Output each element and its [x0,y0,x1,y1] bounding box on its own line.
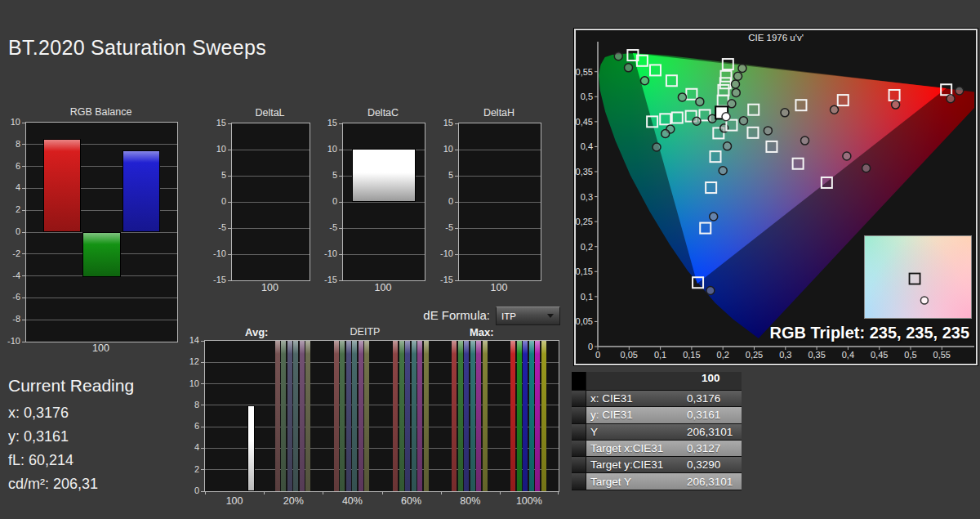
gridline [459,254,541,255]
sweep-bar-yellow [541,341,546,491]
x-axis-group-label: 100 [210,495,259,507]
y-axis-tick-mark [22,144,25,145]
sweep-bar-yellow [305,341,310,491]
measured-point-magenta [843,152,851,160]
chevron-down-icon [547,314,554,318]
sweep-bar-red [334,341,339,491]
row-label: Target Y [586,476,684,488]
measured-point-red [956,87,964,95]
x-axis-group-label: 60% [387,495,436,507]
y-axis-tick-mark [339,176,342,177]
delta-h-plot: -15-10-5051015 [458,123,541,281]
gridline [232,228,310,229]
y-axis-tick-mark [339,123,342,124]
measured-point-blue [724,142,732,150]
sweep-bar-cyan [293,341,298,491]
measured-point-red [892,101,900,109]
x-axis-tick-mark [323,491,323,494]
gridline [205,448,559,449]
y-axis-tick-mark [201,491,204,492]
gridline [459,228,541,229]
sweep-bar-yellow [364,341,369,491]
measured-point-yellow [734,72,742,80]
sweep-bar-magenta [300,341,305,491]
y-axis-tick-label: 10 [178,378,199,388]
y-axis-tick-mark [228,150,231,150]
sweep-bar-green [399,341,404,491]
cie-panel: 00,050,10,150,20,250,30,350,40,450,50,55… [574,29,978,365]
delta-l-title: DeltaL [231,107,309,119]
table-gutter-cell [572,391,586,406]
x-axis-group-label: 40% [327,495,376,507]
row-label: Target y:CIE31 [586,459,684,471]
sweep-bar-magenta [476,341,481,491]
y-axis-tick-mark [455,123,458,124]
gridline [232,254,310,255]
y-tick-label: 0 [588,342,593,351]
table-row-cells: x: CIE310,3176 [586,391,742,406]
x-axis-tick-mark [205,491,206,494]
current-reading-heading: Current Reading [8,376,134,396]
table-row-cells: Target x:CIE310,3127 [586,441,742,456]
y-axis-tick-mark [201,341,204,342]
gridline [26,320,177,320]
y-axis-tick-mark [22,320,25,320]
y-tick-label: 0,55 [576,67,593,77]
gridline [205,383,559,384]
measured-point-green [640,77,648,85]
table-gutter-cell [572,372,586,390]
sweep-bar-green [517,341,522,491]
x-tick-label: 0,45 [871,350,888,360]
measured-point-cyan [693,117,701,125]
row-label: Y [586,426,684,438]
sweep-bar-cyan [470,341,475,491]
table-gutter-cell [572,473,586,489]
bar-red [43,139,81,232]
y-axis-tick-mark [455,202,458,203]
measured-point-magenta [739,117,747,125]
sweep-bar-cyan [352,341,357,491]
sweep-bar-red [275,341,280,491]
measured-point-yellow [738,64,746,72]
delta-l-x-label: 100 [231,282,309,293]
row-label: Target x:CIE31 [586,442,684,454]
delta-h-title: DeltaH [458,107,540,119]
x-axis-group-label: 20% [269,495,318,507]
measured-point-green [696,97,704,105]
y-axis-tick-mark [201,362,204,363]
y-axis-tick-label: 5 [432,170,453,180]
x-tick-label: 0,15 [683,350,700,360]
y-tick-label: 0,5 [581,92,593,101]
de-formula-select[interactable]: ITP [496,306,560,325]
y-axis-tick-mark [339,202,342,203]
row-label: y: CIE31 [586,409,684,421]
sweep-bar-blue [346,341,351,491]
table-row: Target y:CIE310,3290 [572,457,742,473]
sweep-bar-green [458,341,463,491]
gridline [26,298,177,298]
y-axis-tick-label: -10 [205,248,226,258]
y-axis-tick-label: 0 [0,226,20,236]
sweep-bar-yellow [483,341,488,491]
table-header-row: 100 [572,372,742,391]
sweep-bar-magenta [417,341,422,491]
table-row: Y206,3101 [572,424,742,441]
row-value: 0,3127 [684,442,742,454]
y-axis-tick-mark [455,176,458,177]
y-tick-label: 0,4 [581,141,593,151]
y-axis-tick-label: 0 [205,196,226,206]
y-axis-tick-label: 8 [178,400,199,409]
table-row: Target x:CIE310,3127 [572,441,742,457]
y-axis-tick-label: -5 [316,222,337,232]
x-tick-label: 0,3 [779,350,791,360]
sweep-bar-green [340,341,345,491]
y-axis-tick-mark [22,298,25,298]
x-axis-group-label: 80% [446,495,495,507]
x-tick-label: 0 [595,350,600,360]
gridline [232,150,310,150]
measured-point-yellow [732,88,740,96]
y-tick-label: 0,45 [576,117,593,127]
y-axis-tick-mark [455,280,458,281]
y-axis-tick-mark [201,469,204,470]
sweep-bar-green [281,341,286,491]
